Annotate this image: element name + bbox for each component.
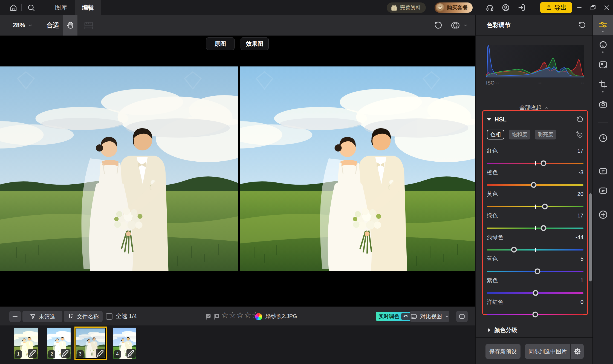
compare-before-after-button[interactable] [450,21,468,30]
edit-pen-icon [96,349,105,358]
thumb-index-badge: 3 [77,350,84,358]
reset-icon [434,21,443,30]
edit-pen-icon [28,349,37,358]
rail-add-tool[interactable] [593,205,613,225]
star-rating[interactable]: ☆☆☆☆☆ [221,310,259,320]
panel-scrollbar[interactable] [589,193,592,281]
rail-background-tool[interactable] [593,55,613,75]
star-icon[interactable]: ☆ [221,310,229,320]
add-photos-button[interactable] [9,311,21,322]
gear-icon [574,348,581,355]
targeted-adjustment-button[interactable] [576,131,583,138]
hsl-tab-saturation[interactable]: 饱和度 [509,130,530,139]
chevron-up-icon [544,105,549,110]
reset-adjustments-button[interactable] [434,21,443,30]
iso-value: ISO -- [486,80,499,86]
bottombar-divider [407,313,408,320]
logout-icon [517,4,526,12]
panel-reset-button[interactable] [578,21,586,29]
slider-label: 蓝色 [487,255,498,263]
tab-edit[interactable]: 编辑 [75,0,101,15]
section-divider [486,320,583,320]
color-grading-header[interactable]: 颜色分级 [488,326,517,334]
effect-view-button[interactable]: 效果图 [241,37,269,50]
fit-button[interactable]: 合适 [47,21,59,30]
color-label-icon[interactable] [255,313,262,320]
minimize-button[interactable] [573,0,586,15]
filmstrip-thumb-4[interactable]: 4 [113,328,136,359]
caret-right-icon [488,328,490,332]
plus-circle-icon [598,210,608,220]
hsl-tab-hue[interactable]: 色相 [487,130,504,139]
close-button[interactable] [600,0,613,15]
star-icon[interactable]: ☆ [244,310,251,320]
sliders-icon [598,20,608,30]
select-all-checkbox[interactable] [106,313,112,320]
rail-history-tool[interactable] [593,128,613,148]
panel-header: 色彩调节 [476,15,592,36]
funnel-icon [30,313,36,320]
purchase-pill-label: 购买套餐 [447,4,468,11]
flag-pick-button[interactable] [205,313,212,320]
filter-button[interactable]: 未筛选 [22,311,62,322]
rail-dot [602,91,604,92]
titlebar-right: 完善资料 购买套餐 导出 [387,0,613,15]
bottom-toolbar: 未筛选 文件名称 全选 1/4 ☆☆☆☆☆ 婚纱照2.JPG 实时调色 <> 对… [0,307,475,325]
hsl-reset-button[interactable] [576,116,583,123]
sync-to-selected-button[interactable]: 同步到选中图片 [525,344,570,359]
slider-value: 17 [577,148,583,154]
purchase-pill[interactable]: 购买套餐 [435,2,473,13]
zoom-level-control[interactable]: 28% [13,22,33,29]
home-button[interactable] [7,4,20,12]
thumb-index-badge: 1 [15,350,22,358]
sort-icon [68,313,74,320]
history-clock-icon [598,133,608,143]
rail-notes-tool[interactable] [593,161,613,181]
hsl-slider-magenta: 洋红色0 [487,295,583,316]
compare-view-label: 对比视图 [420,313,442,320]
tab-gallery[interactable]: 图库 [47,0,75,15]
restore-button[interactable] [587,0,599,15]
original-photo[interactable] [0,66,238,271]
profile-pill[interactable]: 完善资料 [387,2,426,13]
hsl-slider-yellow: 黄色20 [487,187,583,208]
filmstrip-thumb-3[interactable]: 3 [74,327,107,360]
reset-icon [578,21,586,29]
sync-settings-button[interactable] [571,344,584,359]
save-preset-button[interactable]: 保存新预设 [485,344,521,359]
sort-button[interactable]: 文件名称 [64,311,103,322]
rail-presets-tool[interactable] [593,181,613,200]
account-button[interactable] [499,4,512,12]
image-icon [598,60,608,69]
support-button[interactable] [484,4,496,12]
thumb-edited-badge [28,349,37,358]
user-icon [502,4,510,12]
star-icon[interactable]: ☆ [229,310,236,320]
live-color-toggle[interactable]: 实时调色 <> [376,312,412,321]
flag-reject-button[interactable] [213,313,221,320]
reset-icon [576,116,583,123]
slider-handle[interactable] [532,312,538,318]
split-view-button[interactable] [456,311,468,322]
rail-camera-tool[interactable] [593,94,613,114]
hsl-slider-purple: 紫色1 [487,273,583,295]
slider-track[interactable] [487,312,583,317]
export-button[interactable]: 导出 [540,2,572,13]
filmstrip-thumb-1[interactable]: 1 [14,328,38,359]
split-view-icon [458,313,465,320]
filmstrip-thumb-2[interactable]: 2 [47,328,71,359]
slider-value: 17 [577,212,583,219]
logout-button[interactable] [515,4,528,12]
hand-tool-button[interactable] [63,15,77,36]
effect-photo[interactable] [240,66,475,271]
star-icon[interactable]: ☆ [236,310,244,320]
face-retouch-icon [598,40,608,50]
compare-view-button[interactable]: 对比视图 [410,311,449,322]
hsl-tab-luminance[interactable]: 明亮度 [535,130,556,139]
rail-dot [602,51,604,53]
search-button[interactable] [25,4,37,12]
slider-value: -3 [579,169,583,176]
original-view-button[interactable]: 原图 [206,37,235,50]
hsl-header[interactable]: HSL [487,116,583,123]
exif-row: ISO -- -- -- [486,80,584,86]
